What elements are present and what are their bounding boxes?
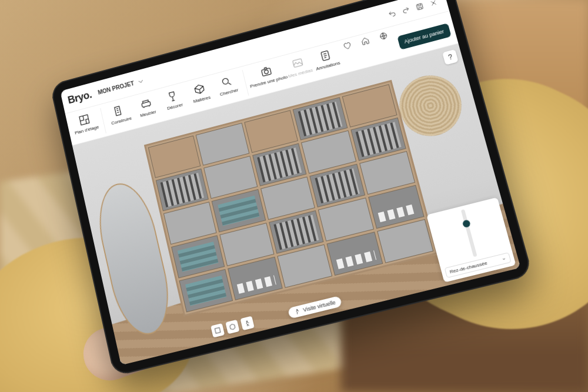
svg-point-4	[222, 78, 229, 85]
tool-label: Annotations	[315, 60, 340, 71]
svg-point-6	[264, 69, 269, 74]
tool-label: Plan d'étage	[74, 124, 99, 135]
close-icon[interactable]	[427, 0, 439, 8]
home-icon[interactable]	[359, 35, 370, 46]
svg-rect-7	[293, 59, 303, 68]
camera-icon	[259, 63, 274, 79]
furnish-icon	[138, 96, 153, 111]
svg-rect-0	[416, 3, 423, 9]
redo-icon[interactable]	[400, 5, 412, 16]
floor-plan-icon	[77, 112, 92, 128]
tool-furnish[interactable]: Meubler	[131, 92, 162, 119]
menu-chevron-icon[interactable]	[135, 76, 146, 87]
tool-search[interactable]: Chercher	[212, 71, 243, 98]
svg-rect-5	[262, 68, 272, 76]
level-slider[interactable]	[461, 209, 477, 257]
annotations-icon	[318, 48, 333, 63]
tool-my-media[interactable]: Mes médias	[283, 51, 315, 79]
add-to-cart-button[interactable]: Ajouter au panier	[397, 23, 452, 50]
tool-decorate[interactable]: Décorer	[158, 85, 188, 112]
svg-rect-2	[115, 106, 121, 116]
materials-icon	[192, 82, 207, 97]
svg-rect-10	[215, 327, 220, 333]
tool-annotations[interactable]: Annotations	[310, 43, 342, 72]
brand-logo: Bryo.	[66, 89, 92, 106]
construct-icon	[112, 103, 126, 118]
tool-construct[interactable]: Construire	[105, 99, 135, 126]
tool-materials[interactable]: Matières	[185, 78, 216, 105]
floor-selector[interactable]: Rez-de-chaussée	[445, 252, 512, 278]
search-icon	[219, 74, 234, 89]
save-icon[interactable]	[414, 1, 426, 12]
undo-icon[interactable]	[386, 8, 398, 19]
tool-label: Mes médias	[288, 68, 313, 79]
media-icon	[290, 55, 305, 71]
project-name[interactable]: MON PROJET	[98, 80, 135, 96]
svg-rect-1	[79, 115, 89, 125]
globe-icon[interactable]	[377, 31, 389, 42]
favorite-icon[interactable]	[341, 40, 352, 51]
decorate-icon	[165, 89, 180, 104]
walk-icon	[294, 308, 301, 315]
tool-floor-plan[interactable]: Plan d'étage	[70, 108, 100, 136]
